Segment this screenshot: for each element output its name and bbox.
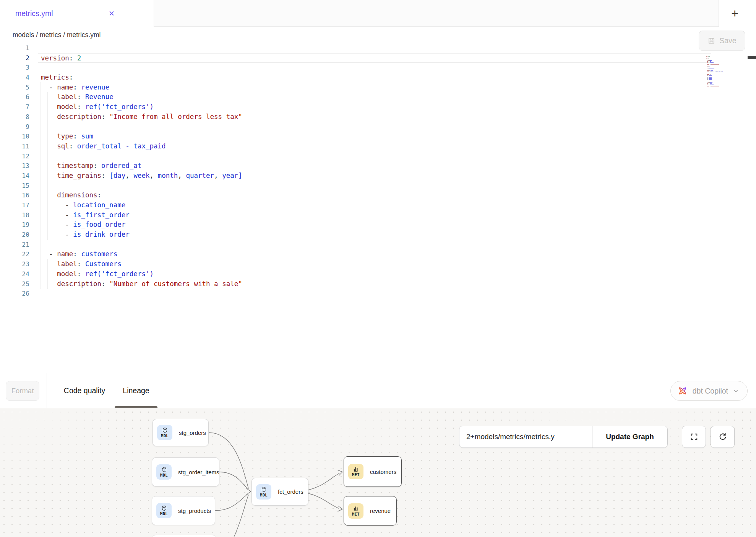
bottom-panel-bar: Format Code quality Lineage dbt Copilot [0, 373, 756, 408]
line-number: 22 [0, 249, 29, 259]
tab-metrics-yml[interactable]: metrics.yml ✕ [0, 0, 154, 27]
code-line-24[interactable]: 24 model: ref('fct_orders') [0, 269, 756, 279]
lineage-node-stg_orders[interactable]: MDLstg_orders [152, 419, 209, 446]
line-number: 25 [0, 279, 29, 289]
tab-code-quality[interactable]: Code quality [57, 373, 112, 408]
dbt-copilot-icon [678, 386, 688, 396]
code-line-4[interactable]: 4metrics: [0, 73, 756, 83]
code-editor[interactable]: 12version: 234metrics:5 - name: revenue6… [0, 43, 756, 373]
code-line-15[interactable]: 15 [0, 181, 756, 191]
dbt-copilot-button[interactable]: dbt Copilot [670, 381, 748, 401]
divider [47, 373, 47, 408]
code-line-16[interactable]: 16 dimensions: [0, 190, 756, 200]
line-content: - is_food_order [41, 220, 756, 230]
code-line-9[interactable]: 9 [0, 122, 756, 132]
line-content [41, 151, 756, 161]
code-lines: 12version: 234metrics:5 - name: revenue6… [0, 43, 756, 299]
code-line-3[interactable]: 3 [0, 63, 756, 73]
metric-chart-icon [353, 466, 359, 472]
code-line-12[interactable]: 12 [0, 151, 756, 161]
ide-window: metrics.yml ✕ + models / metrics / metri… [0, 0, 756, 537]
node-label: stg_products [178, 508, 211, 514]
line-content: - is_drink_order [41, 230, 756, 240]
save-icon [707, 37, 715, 45]
code-line-1[interactable]: 1 [0, 43, 756, 53]
tab-lineage[interactable]: Lineage [115, 373, 157, 408]
format-button[interactable]: Format [6, 381, 39, 401]
code-line-7[interactable]: 7 model: ref('fct_orders') [0, 102, 756, 112]
lineage-node-partial_node[interactable]: MDL [152, 535, 216, 537]
code-line-10[interactable]: 10 type: sum [0, 132, 756, 142]
line-content: sql: order_total - tax_paid [41, 142, 756, 151]
line-content [41, 240, 756, 250]
line-number: 24 [0, 269, 29, 279]
scrollbar-thumb[interactable] [748, 56, 756, 59]
lineage-node-customers[interactable]: METcustomers [344, 456, 402, 487]
breadcrumb-row: models / metrics / metrics.yml [0, 27, 756, 43]
save-button[interactable]: Save [699, 31, 745, 51]
refresh-button[interactable] [711, 426, 735, 448]
minimap[interactable] [706, 55, 733, 88]
line-number: 19 [0, 220, 29, 230]
line-content: type: sum [41, 132, 756, 142]
line-content: - location_name [41, 200, 756, 210]
mdl-badge: MDL [156, 503, 172, 518]
line-number: 21 [0, 240, 29, 250]
code-line-21[interactable]: 21 [0, 240, 756, 250]
fullscreen-button[interactable] [682, 426, 706, 448]
breadcrumb: models / metrics / metrics.yml [13, 27, 101, 43]
model-cube-icon [161, 505, 167, 511]
line-content: model: ref('fct_orders') [41, 269, 756, 279]
scrollbar-track [747, 43, 747, 373]
line-number: 23 [0, 259, 29, 269]
lineage-canvas[interactable]: Update Graph MDLstg_ordersMDLstg_order_i… [0, 408, 756, 537]
line-number: 11 [0, 142, 29, 151]
new-tab-button[interactable]: + [719, 0, 756, 27]
lineage-node-revenue[interactable]: METrevenue [344, 496, 397, 526]
mdl-badge: MDL [156, 464, 172, 480]
code-line-8[interactable]: 8 description: "Income from all orders l… [0, 112, 756, 122]
line-content: - name: customers [41, 249, 756, 259]
lineage-node-stg_products[interactable]: MDLstg_products [152, 496, 215, 525]
code-line-2[interactable]: 2version: 2 [0, 53, 756, 63]
code-line-25[interactable]: 25 description: "Number of customers wit… [0, 279, 756, 289]
code-line-22[interactable]: 22 - name: customers [0, 249, 756, 259]
tab-label: metrics.yml [15, 9, 53, 18]
code-line-13[interactable]: 13 timestamp: ordered_at [0, 161, 756, 171]
line-content [41, 181, 756, 191]
line-content: time_grains: [day, week, month, quarter,… [41, 171, 756, 181]
line-content [41, 43, 756, 53]
lineage-node-stg_order_items[interactable]: MDLstg_order_items [152, 457, 219, 487]
line-number: 15 [0, 181, 29, 191]
mdl-badge: MDL [157, 425, 172, 440]
code-line-18[interactable]: 18 - is_first_order [0, 210, 756, 220]
node-label: stg_orders [179, 430, 206, 436]
lineage-node-fct_orders[interactable]: MDLfct_orders [251, 478, 308, 506]
line-number: 3 [0, 63, 29, 73]
update-graph-button[interactable]: Update Graph [592, 426, 667, 447]
model-cube-icon [161, 466, 167, 473]
code-line-17[interactable]: 17 - location_name [0, 200, 756, 210]
code-line-23[interactable]: 23 label: Customers [0, 259, 756, 269]
code-line-14[interactable]: 14 time_grains: [day, week, month, quart… [0, 171, 756, 181]
line-content [41, 289, 756, 299]
code-line-6[interactable]: 6 label: Revenue [0, 92, 756, 102]
line-content: dimensions: [41, 190, 756, 200]
code-line-26[interactable]: 26 [0, 289, 756, 299]
code-line-5[interactable]: 5 - name: revenue [0, 83, 756, 93]
node-label: customers [370, 469, 396, 475]
code-line-19[interactable]: 19 - is_food_order [0, 220, 756, 230]
code-line-20[interactable]: 20 - is_drink_order [0, 230, 756, 240]
dbt-copilot-label: dbt Copilot [693, 387, 728, 395]
line-number: 5 [0, 83, 29, 93]
line-number: 6 [0, 92, 29, 102]
line-content: model: ref('fct_orders') [41, 102, 756, 112]
line-number: 17 [0, 200, 29, 210]
met-badge: MET [348, 503, 363, 519]
line-content: version: 2 [38, 53, 711, 63]
close-tab-icon[interactable]: ✕ [104, 0, 119, 27]
lineage-selector-input[interactable] [459, 426, 592, 447]
code-line-11[interactable]: 11 sql: order_total - tax_paid [0, 142, 756, 151]
line-content: label: Customers [41, 259, 756, 269]
tab-strip-empty [154, 0, 719, 27]
